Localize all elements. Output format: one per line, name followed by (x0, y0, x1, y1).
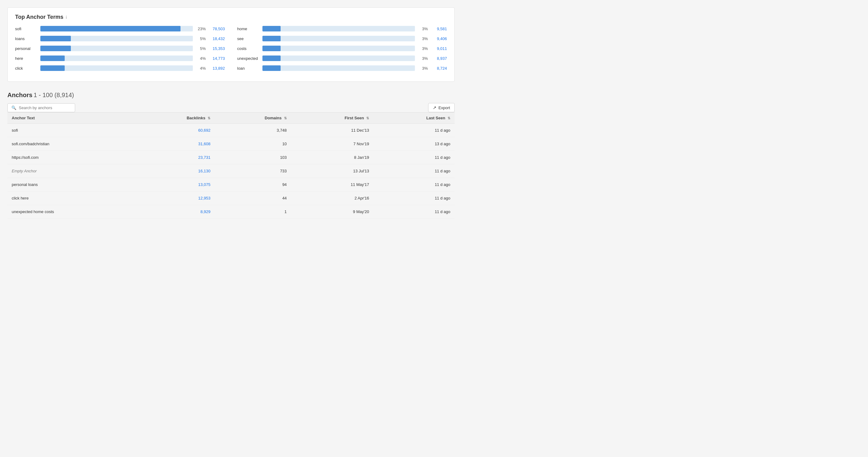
term-count[interactable]: 9,011 (431, 46, 447, 51)
term-row[interactable]: personal 5% 15,353 (15, 46, 225, 51)
backlinks-cell[interactable]: 31,608 (134, 137, 215, 151)
term-pct: 3% (418, 66, 428, 70)
term-count[interactable]: 14,773 (209, 56, 225, 61)
term-row[interactable]: unexpected 3% 8,937 (237, 56, 447, 61)
term-row[interactable]: see 3% 9,406 (237, 36, 447, 41)
anchors-table-container: Anchor Text Backlinks ⇅ Domains ⇅ First … (7, 112, 455, 219)
bar-fill (40, 26, 181, 31)
last-seen-cell: 11 d ago (373, 151, 455, 164)
anchor-text-cell: click here (7, 192, 134, 205)
search-input[interactable] (19, 106, 71, 110)
term-pct: 3% (418, 56, 428, 61)
bar-fill (40, 56, 65, 61)
domains-cell: 103 (215, 151, 291, 164)
term-count[interactable]: 9,406 (431, 36, 447, 41)
bar-fill (262, 56, 281, 61)
term-label: sofi (15, 27, 37, 31)
col-last-seen[interactable]: Last Seen ⇅ (373, 113, 455, 124)
terms-left: sofi 23% 78,503 loans 5% 18,432 personal… (15, 26, 225, 75)
table-header: Anchor Text Backlinks ⇅ Domains ⇅ First … (7, 113, 455, 124)
term-label: loan (237, 66, 259, 70)
top-anchor-terms-card: Top Anchor Terms i sofi 23% 78,503 loans… (7, 7, 455, 82)
term-label: here (15, 56, 37, 61)
first-seen-cell: 11 May'17 (291, 178, 373, 192)
bar-container (40, 56, 193, 61)
backlinks-cell[interactable]: 8,929 (134, 205, 215, 219)
term-row[interactable]: here 4% 14,773 (15, 56, 225, 61)
term-count[interactable]: 9,581 (431, 27, 447, 31)
export-button[interactable]: ↗ Export (428, 103, 455, 112)
sort-first-seen-icon: ⇅ (366, 116, 369, 120)
last-seen-cell: 11 d ago (373, 205, 455, 219)
term-pct: 3% (418, 27, 428, 31)
anchors-title-block: Anchors 1 - 100 (8,914) (7, 92, 74, 99)
col-domains[interactable]: Domains ⇅ (215, 113, 291, 124)
card-title-text: Top Anchor Terms (15, 14, 63, 20)
term-count[interactable]: 8,937 (431, 56, 447, 61)
term-row[interactable]: click 4% 13,892 (15, 65, 225, 71)
anchor-text-cell: sofi.com/badchristian (7, 137, 134, 151)
table-row: Empty Anchor 16,130 733 13 Jul'13 11 d a… (7, 164, 455, 178)
term-row[interactable]: home 3% 9,581 (237, 26, 447, 31)
backlinks-cell[interactable]: 12,953 (134, 192, 215, 205)
info-icon[interactable]: i (66, 15, 67, 20)
domains-cell: 10 (215, 137, 291, 151)
first-seen-cell: 8 Jan'19 (291, 151, 373, 164)
term-pct: 5% (196, 46, 206, 51)
col-first-seen[interactable]: First Seen ⇅ (291, 113, 373, 124)
last-seen-cell: 11 d ago (373, 124, 455, 137)
bar-container (262, 46, 415, 51)
term-count[interactable]: 8,724 (431, 66, 447, 70)
table-row: sofi.com/badchristian 31,608 10 7 Nov'19… (7, 137, 455, 151)
backlinks-cell[interactable]: 13,075 (134, 178, 215, 192)
term-label: costs (237, 46, 259, 51)
domains-cell: 44 (215, 192, 291, 205)
term-row[interactable]: loan 3% 8,724 (237, 65, 447, 71)
anchor-text-cell: personal loans (7, 178, 134, 192)
term-label: personal (15, 46, 37, 51)
term-count[interactable]: 13,892 (209, 66, 225, 70)
table-row: https://sofi.com 23,731 103 8 Jan'19 11 … (7, 151, 455, 164)
domains-cell: 3,748 (215, 124, 291, 137)
card-title: Top Anchor Terms i (15, 14, 447, 20)
term-pct: 4% (196, 56, 206, 61)
first-seen-cell: 9 May'20 (291, 205, 373, 219)
term-pct: 5% (196, 36, 206, 41)
domains-cell: 94 (215, 178, 291, 192)
term-label: unexpected (237, 56, 259, 61)
anchors-section: Anchors 1 - 100 (8,914) 🔍 ↗ Export Ancho… (7, 92, 455, 219)
bar-container (262, 65, 415, 71)
term-count[interactable]: 18,432 (209, 36, 225, 41)
backlinks-cell[interactable]: 23,731 (134, 151, 215, 164)
last-seen-cell: 13 d ago (373, 137, 455, 151)
domains-cell: 733 (215, 164, 291, 178)
term-count[interactable]: 15,353 (209, 46, 225, 51)
term-count[interactable]: 78,503 (209, 27, 225, 31)
bar-fill (262, 36, 281, 41)
search-box[interactable]: 🔍 (7, 103, 75, 112)
term-row[interactable]: costs 3% 9,011 (237, 46, 447, 51)
anchor-text-cell: https://sofi.com (7, 151, 134, 164)
anchors-table: Anchor Text Backlinks ⇅ Domains ⇅ First … (7, 112, 455, 219)
anchors-range: 1 - 100 (8,914) (34, 92, 74, 98)
term-label: loans (15, 36, 37, 41)
bar-fill (40, 46, 71, 51)
backlinks-cell[interactable]: 60,692 (134, 124, 215, 137)
terms-grid: sofi 23% 78,503 loans 5% 18,432 personal… (15, 26, 447, 75)
term-pct: 4% (196, 66, 206, 70)
bar-container (40, 26, 193, 31)
anchors-header: Anchors 1 - 100 (8,914) (7, 92, 455, 99)
bar-container (40, 36, 193, 41)
sort-last-seen-icon: ⇅ (447, 116, 450, 120)
col-backlinks[interactable]: Backlinks ⇅ (134, 113, 215, 124)
anchor-text-cell: unexpected home costs (7, 205, 134, 219)
term-row[interactable]: sofi 23% 78,503 (15, 26, 225, 31)
bar-fill (262, 26, 281, 31)
first-seen-cell: 2 Apr'16 (291, 192, 373, 205)
anchors-title: Anchors (7, 92, 32, 98)
anchor-text-cell: sofi (7, 124, 134, 137)
backlinks-cell[interactable]: 16,130 (134, 164, 215, 178)
sort-backlinks-icon: ⇅ (208, 116, 210, 120)
term-label: see (237, 36, 259, 41)
term-row[interactable]: loans 5% 18,432 (15, 36, 225, 41)
